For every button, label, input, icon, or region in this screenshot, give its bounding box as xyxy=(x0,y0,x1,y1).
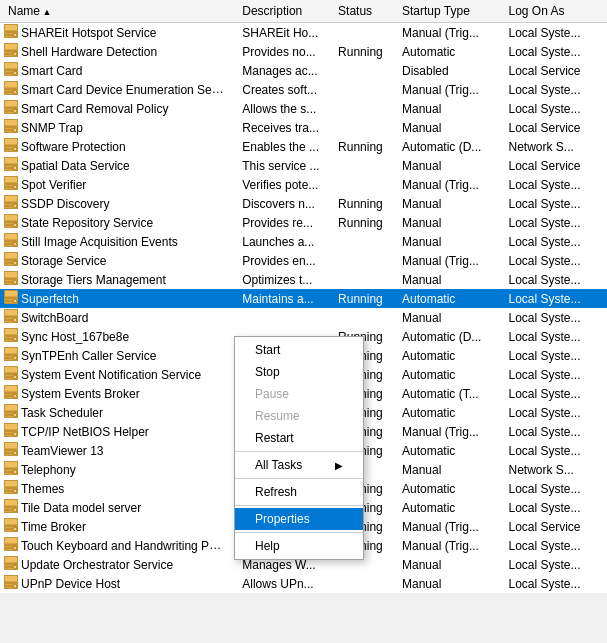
service-startup-cell: Manual (Trig... xyxy=(394,175,500,194)
service-name-cell: TCP/IP NetBIOS Helper xyxy=(0,422,234,441)
col-header-name[interactable]: Name xyxy=(0,0,234,23)
context-menu-item-all-tasks[interactable]: All Tasks▶ xyxy=(235,454,363,476)
table-row[interactable]: Smart Card Removal PolicyAllows the s...… xyxy=(0,99,607,118)
service-name-text: System Event Notification Service xyxy=(21,368,201,382)
service-status-cell xyxy=(330,308,394,327)
context-menu-item-help[interactable]: Help xyxy=(235,535,363,557)
table-row[interactable]: Storage Tiers ManagementOptimizes t...Ma… xyxy=(0,270,607,289)
service-startup-cell: Disabled xyxy=(394,61,500,80)
service-logon-cell: Network S... xyxy=(500,137,607,156)
service-name-cell: Spot Verifier xyxy=(0,175,234,194)
service-icon xyxy=(4,537,18,554)
service-icon xyxy=(4,252,18,269)
table-row[interactable]: Shell Hardware DetectionProvides no...Ru… xyxy=(0,42,607,61)
svg-rect-1 xyxy=(5,25,17,30)
service-desc-cell: Provides en... xyxy=(234,251,330,270)
table-row[interactable]: SNMP TrapReceives tra...ManualLocal Serv… xyxy=(0,118,607,137)
svg-rect-92 xyxy=(5,316,17,318)
table-row[interactable]: Software ProtectionEnables the ...Runnin… xyxy=(0,137,607,156)
service-logon-cell: Local Syste... xyxy=(500,441,607,460)
svg-rect-13 xyxy=(5,63,17,68)
service-name-text: Smart Card Device Enumeration Service xyxy=(21,82,234,97)
svg-rect-75 xyxy=(5,262,13,264)
svg-point-179 xyxy=(14,585,16,587)
table-row[interactable]: State Repository ServiceProvides re...Ru… xyxy=(0,213,607,232)
service-name-cell: System Events Broker xyxy=(0,384,234,403)
service-startup-cell: Automatic xyxy=(394,289,500,308)
service-desc-cell: SHAREit Ho... xyxy=(234,23,330,43)
table-row[interactable]: Smart Card Device Enumeration ServiceCre… xyxy=(0,80,607,99)
services-table-wrapper[interactable]: Name Description Status Startup Type Log… xyxy=(0,0,607,643)
service-desc-cell: Launches a... xyxy=(234,232,330,251)
service-desc-cell: Creates soft... xyxy=(234,80,330,99)
context-menu-item-properties[interactable]: Properties xyxy=(235,508,363,530)
svg-rect-133 xyxy=(5,443,17,448)
service-desc-cell: This service ... xyxy=(234,156,330,175)
svg-point-143 xyxy=(14,471,16,473)
service-name-text: Time Broker xyxy=(21,520,86,534)
svg-rect-141 xyxy=(5,471,13,473)
service-name-text: SwitchBoard xyxy=(21,311,88,325)
table-row[interactable]: Storage ServiceProvides en...Manual (Tri… xyxy=(0,251,607,270)
svg-rect-33 xyxy=(5,129,13,131)
service-logon-cell: Local Syste... xyxy=(500,99,607,118)
context-menu-separator xyxy=(235,505,363,506)
table-row[interactable]: Still Image Acquisition EventsLaunches a… xyxy=(0,232,607,251)
svg-rect-145 xyxy=(5,481,17,486)
service-startup-cell: Automatic (T... xyxy=(394,384,500,403)
svg-rect-91 xyxy=(5,310,17,315)
svg-rect-74 xyxy=(5,259,17,261)
svg-rect-164 xyxy=(5,544,17,546)
svg-point-113 xyxy=(14,376,16,378)
service-startup-cell: Automatic (D... xyxy=(394,327,500,346)
service-icon xyxy=(4,119,18,136)
service-status-cell xyxy=(330,118,394,137)
svg-rect-159 xyxy=(5,528,13,530)
service-icon xyxy=(4,404,18,421)
context-menu-item-start[interactable]: Start xyxy=(235,339,363,361)
service-icon xyxy=(4,195,18,212)
svg-point-71 xyxy=(14,243,16,245)
table-row[interactable]: SSDP DiscoveryDiscovers n...RunningManua… xyxy=(0,194,607,213)
svg-rect-19 xyxy=(5,82,17,87)
service-icon xyxy=(4,518,18,535)
col-header-status[interactable]: Status xyxy=(330,0,394,23)
service-status-cell xyxy=(330,574,394,593)
table-row[interactable]: SuperfetchMaintains a...RunningAutomatic… xyxy=(0,289,607,308)
table-row[interactable]: Spatial Data ServiceThis service ...Manu… xyxy=(0,156,607,175)
service-startup-cell: Manual xyxy=(394,156,500,175)
context-menu-item-label: Pause xyxy=(255,387,289,401)
svg-rect-87 xyxy=(5,300,13,302)
service-icon xyxy=(4,290,18,307)
service-name-text: Smart Card Removal Policy xyxy=(21,102,168,116)
service-desc-cell: Optimizes t... xyxy=(234,270,330,289)
col-header-description[interactable]: Description xyxy=(234,0,330,23)
service-status-cell xyxy=(330,232,394,251)
service-icon xyxy=(4,499,18,516)
service-logon-cell: Local Syste... xyxy=(500,422,607,441)
svg-point-47 xyxy=(14,167,16,169)
table-row[interactable]: UPnP Device HostAllows UPn...ManualLocal… xyxy=(0,574,607,593)
context-menu-item-refresh[interactable]: Refresh xyxy=(235,481,363,503)
service-startup-cell: Manual (Trig... xyxy=(394,23,500,43)
table-row[interactable]: Smart CardManages ac...DisabledLocal Ser… xyxy=(0,61,607,80)
svg-rect-98 xyxy=(5,335,17,337)
service-name-cell: State Repository Service xyxy=(0,213,234,232)
service-name-cell: Themes xyxy=(0,479,234,498)
context-menu-item-stop[interactable]: Stop xyxy=(235,361,363,383)
col-header-logon[interactable]: Log On As xyxy=(500,0,607,23)
service-startup-cell: Manual xyxy=(394,460,500,479)
service-status-cell xyxy=(330,99,394,118)
svg-rect-127 xyxy=(5,424,17,429)
service-name-text: SHAREit Hotspot Service xyxy=(21,26,156,40)
service-icon xyxy=(4,461,18,478)
svg-point-149 xyxy=(14,490,16,492)
table-row[interactable]: Spot VerifierVerifies pote...Manual (Tri… xyxy=(0,175,607,194)
context-menu-item-label: Properties xyxy=(255,512,310,526)
col-header-startup[interactable]: Startup Type xyxy=(394,0,500,23)
service-icon xyxy=(4,233,18,250)
table-row[interactable]: SHAREit Hotspot ServiceSHAREit Ho...Manu… xyxy=(0,23,607,43)
svg-rect-20 xyxy=(5,88,17,90)
table-row[interactable]: SwitchBoardManualLocal Syste... xyxy=(0,308,607,327)
context-menu-item-restart[interactable]: Restart xyxy=(235,427,363,449)
